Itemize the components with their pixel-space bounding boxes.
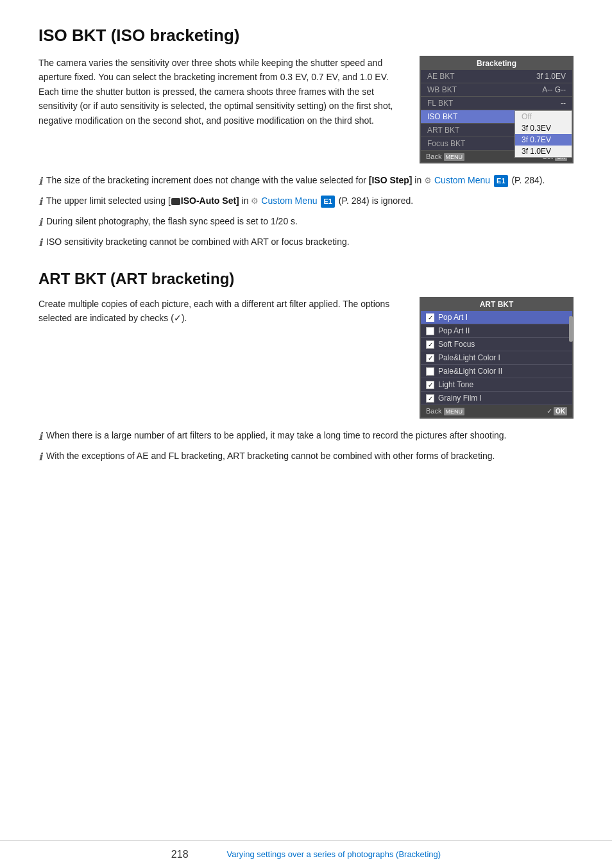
- iso-bkt-title: ISO BKT (ISO bracketing): [38, 26, 574, 46]
- footer-caption: Varying settings over a series of photog…: [227, 849, 441, 860]
- art-footer-back: Back MENU: [426, 407, 464, 415]
- fl-bkt-value: --: [561, 99, 566, 108]
- iso-note-3-text: During silent photography, the flash syn…: [46, 215, 574, 228]
- art-bkt-screen: ART BKT Pop Art I Pop Art II Soft Focus …: [420, 297, 574, 419]
- pop-art-2-checkbox[interactable]: [426, 327, 434, 335]
- art-notes: ℹ When there is a large number of art fi…: [38, 429, 574, 465]
- iso-body-text: The camera varies the sensitivity over t…: [38, 56, 400, 163]
- pop-art-1-label: Pop Art I: [438, 313, 468, 322]
- bracketing-row-wb: WB BKT A-- G--: [421, 83, 572, 97]
- popup-3f10: 3f 1.0EV: [515, 146, 572, 157]
- iso-note-2: ℹ The upper limit selected using [ISO-Au…: [38, 194, 574, 210]
- art-note-1-text: When there is a large number of art filt…: [46, 429, 574, 442]
- art-note-icon-2: ℹ: [38, 449, 42, 465]
- bracketing-row-ae: AE BKT 3f 1.0EV: [421, 70, 572, 83]
- art-footer-ok: ✓ OK: [547, 407, 567, 415]
- page-footer: 218 Varying settings over a series of ph…: [0, 840, 612, 868]
- grainy-film-1-label: Grainy Film I: [438, 394, 482, 403]
- iso-note-4: ℹ ISO sensitivity bracketing cannot be c…: [38, 235, 574, 251]
- iso-note-1-text: The size of the bracketing increment doe…: [46, 174, 574, 187]
- note-icon-4: ℹ: [38, 235, 42, 251]
- art-screen-wrapper: ART BKT Pop Art I Pop Art II Soft Focus …: [420, 297, 574, 419]
- soft-focus-label: Soft Focus: [438, 340, 475, 349]
- popup-3f07-selected: 3f 0.7EV: [515, 134, 572, 146]
- bracketing-screen: Bracketing AE BKT 3f 1.0EV WB BKT A-- G-…: [420, 56, 574, 163]
- custom-menu-link-2[interactable]: Custom Menu: [261, 196, 317, 206]
- pop-art-2-label: Pop Art II: [438, 326, 470, 335]
- focus-bkt-label: Focus BKT: [427, 139, 465, 148]
- note-icon-2: ℹ: [38, 194, 42, 210]
- iso-note-2-text: The upper limit selected using [ISO-Auto…: [46, 194, 574, 208]
- pale-light-2-label: Pale&Light Color II: [438, 367, 502, 376]
- pale-light-2-checkbox[interactable]: [426, 367, 434, 376]
- art-filter-light-tone: Light Tone: [421, 378, 572, 392]
- art-filter-pale-light-1: Pale&Light Color I: [421, 351, 572, 365]
- footer-back-label: Back MENU: [426, 153, 464, 160]
- art-bkt-screen-title: ART BKT: [421, 298, 572, 311]
- pop-art-1-checkbox[interactable]: [426, 313, 434, 322]
- art-filter-pop-art-2: Pop Art II: [421, 324, 572, 338]
- iso-notes: ℹ The size of the bracketing increment d…: [38, 174, 574, 251]
- note-icon-3: ℹ: [38, 215, 42, 230]
- iso-note-1: ℹ The size of the bracketing increment d…: [38, 174, 574, 189]
- art-filter-pale-light-2: Pale&Light Color II: [421, 365, 572, 378]
- wb-bkt-label: WB BKT: [427, 85, 457, 94]
- iso-note-3: ℹ During silent photography, the flash s…: [38, 215, 574, 230]
- art-note-icon-1: ℹ: [38, 429, 42, 444]
- note-icon-1: ℹ: [38, 174, 42, 189]
- pale-light-1-label: Pale&Light Color I: [438, 353, 500, 362]
- ae-bkt-label: AE BKT: [427, 72, 455, 81]
- iso-bkt-popup: Off 3f 0.3EV 3f 0.7EV 3f 1.0EV: [514, 110, 572, 158]
- bracketing-screen-title: Bracketing: [421, 57, 572, 70]
- art-note-1: ℹ When there is a large number of art fi…: [38, 429, 574, 444]
- page-content: ISO BKT (ISO bracketing) The camera vari…: [0, 0, 612, 521]
- light-tone-label: Light Tone: [438, 380, 473, 389]
- art-bkt-title: ART BKT (ART bracketing): [38, 270, 574, 288]
- popup-off: Off: [515, 111, 572, 122]
- fl-bkt-label: FL BKT: [427, 99, 453, 108]
- art-filter-soft-focus: Soft Focus: [421, 338, 572, 351]
- art-section-header: Create multiple copies of each picture, …: [38, 297, 574, 419]
- art-note-2-text: With the exceptions of AE and FL bracket…: [46, 449, 574, 463]
- iso-bkt-label: ISO BKT: [427, 112, 457, 121]
- soft-focus-checkbox[interactable]: [426, 340, 434, 349]
- custom-menu-link-1[interactable]: Custom Menu: [434, 175, 490, 185]
- scrollbar: [569, 316, 573, 342]
- pale-light-1-checkbox[interactable]: [426, 354, 434, 362]
- art-body-text: Create multiple copies of each picture, …: [38, 297, 400, 419]
- art-bkt-label: ART BKT: [427, 126, 459, 135]
- e1-badge-1: E1: [494, 175, 507, 187]
- iso-note-4-text: ISO sensitivity bracketing cannot be com…: [46, 235, 574, 249]
- light-tone-checkbox[interactable]: [426, 381, 434, 389]
- ok-box: OK: [554, 407, 567, 415]
- wb-bkt-value: A-- G--: [542, 85, 566, 94]
- gear-icon-1: ⚙: [424, 174, 432, 187]
- iso-bkt-row-wrapper: ISO BKT Off 3f 0.3EV 3f 0.7EV 3f 1.0EV: [421, 110, 572, 124]
- e1-badge-2: E1: [321, 196, 334, 208]
- art-note-2: ℹ With the exceptions of AE and FL brack…: [38, 449, 574, 465]
- grainy-film-1-checkbox[interactable]: [426, 394, 434, 403]
- popup-3f03: 3f 0.3EV: [515, 122, 572, 134]
- art-filter-grainy-film-1: Grainy Film I: [421, 392, 572, 405]
- gear-icon-2: ⚙: [251, 195, 259, 208]
- page-number: 218: [171, 849, 189, 860]
- art-screen-footer: Back MENU ✓ OK: [421, 405, 572, 417]
- ae-bkt-value: 3f 1.0EV: [536, 72, 566, 81]
- bracketing-row-fl: FL BKT --: [421, 97, 572, 110]
- iso-section-header: The camera varies the sensitivity over t…: [38, 56, 574, 163]
- art-filter-pop-art-1: Pop Art I: [421, 311, 572, 324]
